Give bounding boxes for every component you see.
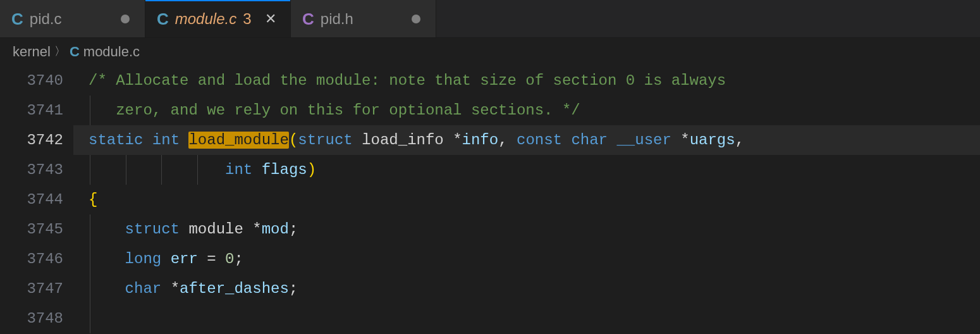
chevron-right-icon: 〉 bbox=[54, 44, 66, 59]
token-variable: err bbox=[171, 250, 198, 268]
token-semi: ; bbox=[234, 250, 243, 268]
token-function-name: load_module bbox=[188, 132, 288, 149]
indent-guide bbox=[90, 244, 90, 274]
token-number: 0 bbox=[225, 250, 234, 268]
token-keyword: struct bbox=[125, 221, 180, 238]
tab-close-button[interactable]: ✕ bbox=[262, 11, 279, 27]
dot-icon bbox=[412, 15, 420, 23]
token-paren: ( bbox=[289, 132, 298, 149]
line-number: 3743 bbox=[0, 155, 63, 185]
code-line[interactable]: struct module *mod; bbox=[73, 214, 980, 244]
token-comma: , bbox=[498, 132, 507, 149]
tab-pid-c[interactable]: C pid.c bbox=[0, 0, 145, 37]
tab-module-c[interactable]: C module.c 3 ✕ bbox=[145, 0, 291, 37]
line-number: 3747 bbox=[0, 274, 63, 304]
c-header-icon: C bbox=[302, 11, 314, 27]
breadcrumb[interactable]: kernel 〉 C module.c bbox=[0, 38, 980, 66]
code-line[interactable]: char *after_dashes; bbox=[73, 274, 980, 304]
tab-title: pid.h bbox=[321, 8, 353, 30]
line-number: 3748 bbox=[0, 304, 63, 333]
line-number: 3745 bbox=[0, 214, 63, 244]
token-variable: after_dashes bbox=[180, 280, 289, 297]
code-line[interactable]: /* Allocate and load the module: note th… bbox=[73, 66, 980, 96]
token-star: * bbox=[252, 221, 261, 238]
token-comment: zero, and we rely on this for optional s… bbox=[89, 102, 580, 119]
editor[interactable]: 3740 3741 3742 3743 3744 3745 3746 3747 … bbox=[0, 66, 980, 334]
indent-guide bbox=[90, 274, 90, 304]
token-attr: __user bbox=[616, 132, 671, 149]
indent-guide bbox=[161, 155, 162, 185]
line-number: 3742 bbox=[0, 125, 63, 155]
code-line[interactable] bbox=[73, 304, 980, 333]
tab-bar: C pid.c C module.c 3 ✕ C pid.h bbox=[0, 0, 980, 38]
token-star: * bbox=[680, 132, 689, 149]
code-line[interactable]: { bbox=[73, 185, 980, 214]
tab-git-count: 3 bbox=[243, 8, 251, 30]
token-param: flags bbox=[262, 161, 307, 178]
token-type: char bbox=[571, 132, 608, 149]
token-semi: ; bbox=[289, 280, 298, 297]
token-comment: /* Allocate and load the module: note th… bbox=[89, 72, 726, 89]
token-keyword: struct bbox=[298, 132, 352, 149]
line-number: 3741 bbox=[0, 96, 63, 125]
token-paren: ) bbox=[307, 161, 316, 178]
code-line[interactable]: static int load_module(struct load_info … bbox=[73, 125, 980, 155]
code-line[interactable]: long err = 0; bbox=[73, 244, 980, 274]
token-type: char bbox=[125, 280, 162, 297]
indent-guide bbox=[90, 304, 90, 333]
close-icon: ✕ bbox=[265, 12, 276, 26]
token-type-name: module bbox=[188, 221, 243, 238]
c-file-icon: C bbox=[11, 11, 23, 27]
tab-title: pid.c bbox=[30, 8, 62, 30]
indent-guide bbox=[197, 155, 198, 185]
indent-guide bbox=[90, 155, 90, 185]
token-star: * bbox=[171, 280, 180, 297]
breadcrumb-folder[interactable]: kernel bbox=[13, 42, 51, 62]
token-keyword: const bbox=[517, 132, 562, 149]
token-type: int bbox=[225, 161, 252, 178]
token-operator: = bbox=[207, 250, 216, 268]
token-type: int bbox=[152, 132, 180, 149]
tab-title: module.c bbox=[175, 8, 236, 30]
c-file-icon: C bbox=[157, 11, 169, 27]
code-line[interactable]: int flags) bbox=[73, 155, 980, 185]
token-brace: { bbox=[89, 191, 97, 208]
indent-guide bbox=[126, 155, 126, 185]
token-semi: ; bbox=[289, 221, 298, 238]
line-number: 3740 bbox=[0, 66, 63, 96]
tab-dirty-indicator[interactable] bbox=[408, 11, 424, 27]
token-star: * bbox=[453, 132, 462, 149]
token-param: info bbox=[462, 132, 499, 149]
line-number: 3744 bbox=[0, 185, 63, 214]
line-number-gutter: 3740 3741 3742 3743 3744 3745 3746 3747 … bbox=[0, 66, 73, 334]
line-number: 3746 bbox=[0, 244, 63, 274]
tab-dirty-indicator[interactable] bbox=[117, 11, 133, 27]
breadcrumb-file[interactable]: module.c bbox=[83, 42, 140, 62]
c-file-icon: C bbox=[70, 42, 80, 62]
tab-pid-h[interactable]: C pid.h bbox=[291, 0, 436, 37]
indent-guide bbox=[90, 214, 90, 244]
dot-icon bbox=[121, 15, 130, 23]
code-line[interactable]: zero, and we rely on this for optional s… bbox=[73, 96, 980, 125]
token-comma: , bbox=[735, 132, 744, 149]
token-variable: mod bbox=[262, 221, 289, 238]
token-param: uargs bbox=[690, 132, 735, 149]
token-type: long bbox=[125, 250, 162, 268]
code-area[interactable]: /* Allocate and load the module: note th… bbox=[73, 66, 980, 334]
token-type-name: load_info bbox=[362, 132, 444, 149]
indent-guide bbox=[90, 96, 90, 125]
token-keyword: static bbox=[89, 132, 143, 149]
